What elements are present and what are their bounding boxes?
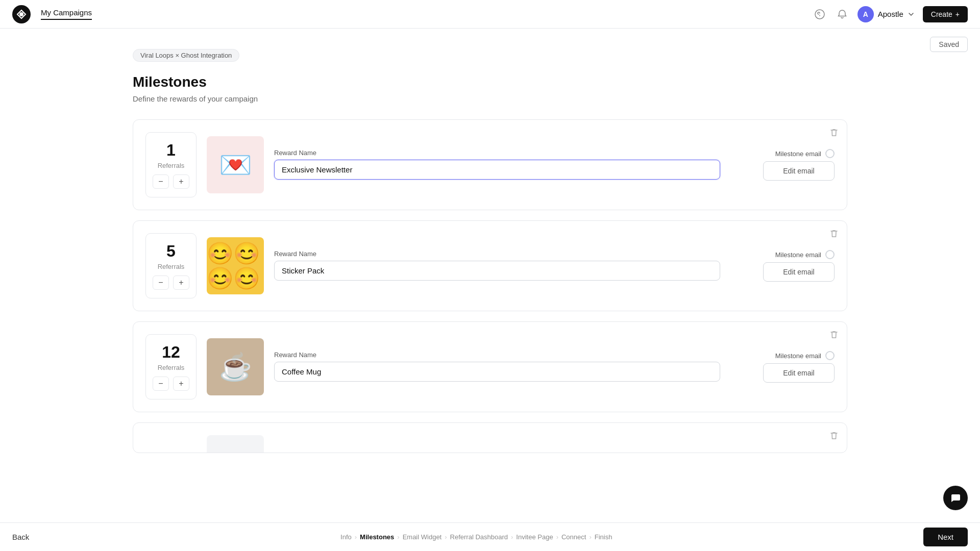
email-toggle-2[interactable] bbox=[825, 250, 835, 259]
milestone-card-3: 12 Referrals − + ☕ Reward Name Milestone… bbox=[133, 321, 847, 412]
reward-name-input-3[interactable] bbox=[274, 362, 720, 382]
milestone-email-label-1: Milestone email bbox=[775, 150, 821, 158]
breadcrumb-invitee-page[interactable]: Invitee Page bbox=[516, 533, 553, 541]
my-campaigns-nav[interactable]: My Campaigns bbox=[41, 8, 92, 20]
breadcrumb-sep-3: › bbox=[445, 533, 447, 541]
delete-milestone-3-button[interactable] bbox=[829, 330, 839, 341]
edit-email-2-button[interactable]: Edit email bbox=[763, 262, 835, 282]
breadcrumb-finish[interactable]: Finish bbox=[595, 533, 612, 541]
edit-email-1-button[interactable]: Edit email bbox=[763, 161, 835, 181]
milestone-card-1: 1 Referrals − + 💌 Reward Name Milestone … bbox=[133, 119, 847, 210]
campaign-breadcrumb: Viral Loops × Ghost Integration bbox=[133, 49, 239, 62]
decrement-3-button[interactable]: − bbox=[153, 377, 169, 391]
decrement-2-button[interactable]: − bbox=[153, 276, 169, 290]
reward-image-4[interactable] bbox=[207, 435, 264, 453]
svg-point-1 bbox=[19, 12, 23, 16]
breadcrumb-referral-dashboard[interactable]: Referral Dashboard bbox=[450, 533, 508, 541]
breadcrumb-connect[interactable]: Connect bbox=[561, 533, 586, 541]
milestone-email-1: Milestone email Edit email bbox=[732, 149, 835, 181]
referral-number-2: 5 bbox=[152, 242, 190, 261]
user-menu-button[interactable]: A Apostle bbox=[857, 6, 915, 22]
reward-name-input-1[interactable] bbox=[274, 160, 720, 180]
reward-name-label-3: Reward Name bbox=[274, 351, 720, 359]
increment-1-button[interactable]: + bbox=[173, 174, 189, 189]
referral-counter-1: 1 Referrals − + bbox=[145, 132, 197, 197]
milestone-email-2: Milestone email Edit email bbox=[732, 250, 835, 282]
delete-milestone-1-button[interactable] bbox=[829, 128, 839, 139]
header-right: A Apostle Create + bbox=[813, 6, 968, 22]
delete-milestone-2-button[interactable] bbox=[829, 229, 839, 240]
main-content: Viral Loops × Ghost Integration Mileston… bbox=[0, 29, 980, 522]
reward-name-label-1: Reward Name bbox=[274, 149, 720, 157]
referral-counter-3: 12 Referrals − + bbox=[145, 334, 197, 399]
notifications-icon[interactable] bbox=[835, 7, 849, 21]
reward-image-3[interactable]: ☕ bbox=[207, 338, 264, 395]
help-icon[interactable] bbox=[813, 7, 827, 21]
referral-label-2: Referrals bbox=[152, 263, 190, 270]
milestone-email-label-3: Milestone email bbox=[775, 352, 821, 360]
referral-number-1: 1 bbox=[152, 141, 190, 160]
breadcrumb-sep-4: › bbox=[511, 533, 513, 541]
footer: Back Info › Milestones › Email Widget › … bbox=[0, 522, 980, 551]
logo[interactable] bbox=[12, 5, 31, 23]
reward-name-input-2[interactable] bbox=[274, 261, 720, 281]
edit-email-3-button[interactable]: Edit email bbox=[763, 363, 835, 383]
page-subtitle: Define the rewards of your campaign bbox=[133, 94, 847, 103]
delete-milestone-4-button[interactable] bbox=[829, 431, 839, 442]
page-title: Milestones bbox=[133, 74, 847, 90]
referral-label-1: Referrals bbox=[152, 162, 190, 169]
reward-fields-2: Reward Name bbox=[274, 250, 720, 281]
referral-counter-2: 5 Referrals − + bbox=[145, 233, 197, 298]
reward-name-label-2: Reward Name bbox=[274, 250, 720, 258]
breadcrumb-sep-2: › bbox=[397, 533, 399, 541]
svg-point-2 bbox=[815, 10, 824, 19]
milestone-email-label-2: Milestone email bbox=[775, 251, 821, 259]
avatar: A bbox=[857, 6, 874, 22]
header: My Campaigns A Apostle Create + bbox=[0, 0, 980, 29]
reward-image-1[interactable]: 💌 bbox=[207, 136, 264, 193]
reward-fields-3: Reward Name bbox=[274, 351, 720, 382]
email-toggle-1[interactable] bbox=[825, 149, 835, 158]
breadcrumb-sep-5: › bbox=[556, 533, 558, 541]
breadcrumb-info[interactable]: Info bbox=[340, 533, 352, 541]
increment-2-button[interactable]: + bbox=[173, 276, 189, 290]
milestone-email-3: Milestone email Edit email bbox=[732, 351, 835, 383]
breadcrumb-milestones[interactable]: Milestones bbox=[360, 533, 394, 541]
increment-3-button[interactable]: + bbox=[173, 377, 189, 391]
milestone-card-2: 5 Referrals − + 😊😊😊😊 Reward Name Milesto… bbox=[133, 220, 847, 311]
decrement-1-button[interactable]: − bbox=[153, 174, 169, 189]
email-toggle-3[interactable] bbox=[825, 351, 835, 360]
milestone-card-4 bbox=[133, 422, 847, 453]
user-name: Apostle bbox=[878, 10, 903, 18]
saved-button[interactable]: Saved bbox=[930, 37, 968, 52]
breadcrumb-sep-6: › bbox=[589, 533, 591, 541]
back-button[interactable]: Back bbox=[12, 533, 29, 541]
reward-image-2[interactable]: 😊😊😊😊 bbox=[207, 237, 264, 294]
referral-number-3: 12 bbox=[152, 343, 190, 362]
chat-bubble-button[interactable] bbox=[943, 486, 968, 510]
breadcrumb-email-widget[interactable]: Email Widget bbox=[403, 533, 442, 541]
create-button[interactable]: Create + bbox=[923, 6, 968, 22]
chevron-down-icon bbox=[908, 11, 915, 18]
breadcrumb-sep-1: › bbox=[355, 533, 357, 541]
referral-label-3: Referrals bbox=[152, 364, 190, 371]
footer-breadcrumb: Info › Milestones › Email Widget › Refer… bbox=[29, 533, 923, 541]
next-button[interactable]: Next bbox=[923, 528, 968, 546]
reward-fields-1: Reward Name bbox=[274, 149, 720, 180]
